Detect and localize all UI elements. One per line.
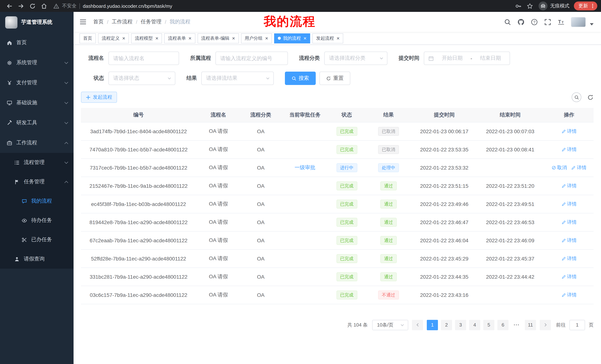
- process-definition-input[interactable]: [215, 52, 288, 65]
- close-icon[interactable]: ×: [232, 36, 235, 41]
- detail-link[interactable]: 详情: [561, 128, 577, 134]
- detail-link[interactable]: 详情: [561, 255, 577, 262]
- edit-icon: [561, 129, 566, 133]
- tab-start-process[interactable]: 发起流程×: [312, 33, 343, 43]
- start-date-placeholder[interactable]: 开始日期: [437, 55, 467, 62]
- search-icon[interactable]: [504, 18, 511, 25]
- breadcrumb-item[interactable]: 任务管理: [141, 19, 161, 25]
- browser-menu-icon[interactable]: [591, 3, 595, 9]
- tab-process-definition[interactable]: 流程定义×: [98, 33, 129, 43]
- page-button-1[interactable]: 1: [427, 320, 438, 330]
- incognito-badge[interactable]: 无痕模式: [539, 1, 570, 10]
- prev-page-button[interactable]: [412, 320, 423, 330]
- filter-label-time: 提交时间: [399, 55, 419, 62]
- back-icon[interactable]: [6, 3, 13, 9]
- detail-link[interactable]: 详情: [561, 291, 577, 298]
- close-icon[interactable]: ×: [337, 36, 340, 41]
- detail-link[interactable]: 详情: [561, 273, 577, 280]
- page-button-3[interactable]: 3: [455, 320, 466, 330]
- close-icon[interactable]: ×: [265, 36, 268, 41]
- font-size-icon[interactable]: TT: [558, 18, 565, 25]
- detail-link[interactable]: 详情: [561, 219, 577, 225]
- detail-link[interactable]: 详情: [561, 146, 577, 153]
- cancel-link[interactable]: 取消: [551, 164, 567, 171]
- logo[interactable]: 芋道管理系统: [0, 12, 74, 33]
- table-header-row: 编号流程名流程分类当前审批任务状态结果提交时间结束时间操作: [81, 108, 594, 122]
- status-select[interactable]: 请选择状态: [109, 72, 175, 85]
- page-button-6[interactable]: 6: [497, 320, 509, 330]
- sidebar-item-my-process[interactable]: 我的流程: [0, 192, 74, 211]
- github-icon[interactable]: [517, 18, 524, 25]
- category-select[interactable]: 请选择流程分类: [324, 52, 387, 65]
- sidebar-item-system[interactable]: 系统管理: [0, 53, 74, 73]
- sidebar-item-infra[interactable]: 基础设施: [0, 93, 74, 113]
- breadcrumb-item[interactable]: 工作流程: [112, 19, 133, 25]
- breadcrumb-item[interactable]: 首页: [93, 19, 104, 25]
- detail-link[interactable]: 详情: [561, 201, 577, 207]
- search-button[interactable]: 搜索: [285, 72, 316, 85]
- sidebar-item-leave-query[interactable]: 请假查询: [0, 249, 74, 269]
- star-icon[interactable]: [527, 3, 533, 9]
- browser-toolbar: 不安全 dashboard.yudao.iocoder.cn/bpm/task/…: [0, 0, 601, 12]
- page-button-5[interactable]: 5: [483, 320, 494, 330]
- date-range-picker[interactable]: 开始日期 - 结束日期: [424, 52, 510, 65]
- cell-result: 通过: [364, 213, 413, 231]
- cell-category: OA: [241, 213, 281, 231]
- sidebar-item-done-tasks[interactable]: 已办任务: [0, 230, 74, 249]
- sidebar-item-process-management[interactable]: 流程管理: [0, 153, 74, 172]
- url-text[interactable]: dashboard.yudao.iocoder.cn/bpm/task/my: [83, 3, 172, 9]
- close-icon[interactable]: ×: [189, 36, 191, 41]
- sidebar-item-todo-tasks[interactable]: 待办任务: [0, 211, 74, 230]
- sidebar-item-label: 工作流程: [16, 140, 65, 146]
- page-button-11[interactable]: 11: [525, 320, 536, 330]
- task-link[interactable]: 一级审批: [295, 164, 315, 170]
- goto-page-input[interactable]: [570, 320, 585, 330]
- cell-status: 已完成: [329, 213, 364, 231]
- security-label[interactable]: 不安全: [62, 3, 77, 9]
- close-icon[interactable]: ×: [155, 36, 158, 41]
- sidebar-item-devtools[interactable]: 研发工具: [0, 113, 74, 133]
- end-date-placeholder[interactable]: 结束日期: [476, 55, 506, 62]
- help-icon[interactable]: ?: [531, 18, 538, 25]
- page-button-4[interactable]: 4: [469, 320, 480, 330]
- page-size-select[interactable]: 10条/页: [372, 320, 408, 330]
- tab-process-model[interactable]: 流程模型×: [131, 33, 162, 43]
- tab-process-form[interactable]: 流程表单×: [164, 33, 195, 43]
- tab-home[interactable]: 首页: [80, 33, 96, 43]
- fullscreen-icon[interactable]: [544, 18, 551, 25]
- next-page-button[interactable]: [540, 320, 551, 330]
- result-select[interactable]: 请选择流结果: [201, 72, 274, 85]
- hamburger-icon[interactable]: [80, 19, 87, 25]
- sidebar-item-task-management[interactable]: 任务管理: [0, 172, 74, 192]
- browser-home-icon[interactable]: [41, 3, 47, 9]
- goto-suffix: 页: [589, 322, 594, 328]
- tab-user-group[interactable]: 用户分组×: [241, 33, 272, 43]
- close-icon[interactable]: ×: [303, 36, 306, 41]
- process-name-input[interactable]: [109, 52, 179, 65]
- update-button[interactable]: 更新: [574, 1, 597, 10]
- address-bar[interactable]: 不安全 dashboard.yudao.iocoder.cn/bpm/task/…: [53, 3, 509, 9]
- tab-process-form-edit[interactable]: 流程表单-编辑×: [197, 33, 239, 43]
- close-icon[interactable]: ×: [122, 36, 125, 41]
- reset-button[interactable]: 重置: [320, 72, 350, 85]
- sidebar-item-label: 已办任务: [31, 236, 68, 243]
- table-row: 331bc281-7b9a-11ec-a290-acde48001122OA 请…: [81, 268, 594, 286]
- detail-link[interactable]: 详情: [561, 182, 577, 189]
- detail-link[interactable]: 详情: [571, 164, 587, 171]
- more-pages-icon[interactable]: ···: [511, 322, 522, 328]
- forward-icon[interactable]: [18, 3, 24, 9]
- category-select-placeholder: 请选择流程分类: [329, 55, 366, 62]
- refresh-button[interactable]: [587, 94, 594, 100]
- tab-my-process[interactable]: 我的流程×: [274, 33, 310, 43]
- sidebar-item-payment[interactable]: 支付管理: [0, 73, 74, 93]
- avatar[interactable]: [571, 17, 586, 27]
- detail-link[interactable]: 详情: [561, 237, 577, 244]
- toggle-search-button[interactable]: [572, 92, 581, 102]
- start-process-button[interactable]: 发起流程: [81, 92, 117, 103]
- sidebar-item-home[interactable]: 首页: [0, 33, 74, 53]
- sidebar-item-workflow[interactable]: 工作流程: [0, 133, 74, 153]
- caret-down-icon[interactable]: [590, 23, 594, 25]
- page-button-2[interactable]: 2: [441, 320, 452, 330]
- key-icon[interactable]: [515, 3, 521, 9]
- reload-icon[interactable]: [29, 3, 36, 9]
